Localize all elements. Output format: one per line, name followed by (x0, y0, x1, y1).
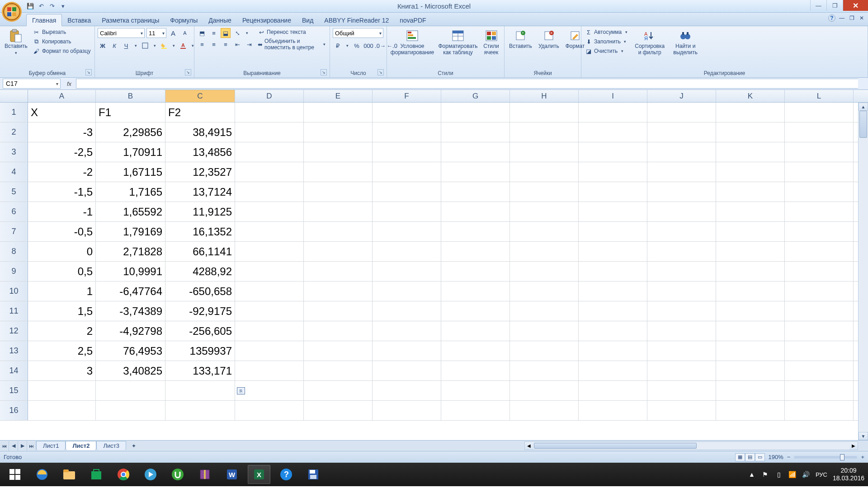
align-top-icon[interactable]: ⬒ (197, 28, 207, 38)
cell[interactable] (579, 142, 647, 162)
scroll-up-icon[interactable]: ▲ (859, 103, 868, 111)
cell[interactable] (785, 222, 854, 241)
qat-undo-icon[interactable]: ↶ (37, 2, 45, 10)
cell[interactable] (441, 162, 510, 182)
cell[interactable] (96, 401, 165, 420)
cell[interactable] (510, 301, 579, 321)
cell[interactable]: 2,5 (28, 341, 96, 361)
cell[interactable] (579, 182, 647, 202)
cell[interactable] (373, 222, 441, 241)
cell[interactable] (647, 202, 716, 221)
cell[interactable]: 4288,92 (165, 262, 235, 281)
fill-color-icon[interactable] (159, 41, 169, 51)
cell[interactable] (647, 321, 716, 341)
cell[interactable] (785, 321, 854, 341)
copy-button[interactable]: ⧉Копировать (32, 38, 92, 46)
hscroll-thumb[interactable] (534, 443, 697, 449)
cell[interactable] (716, 301, 785, 321)
zoom-level[interactable]: 190% (769, 454, 783, 460)
cell[interactable] (785, 122, 854, 142)
underline-dropdown-icon[interactable]: ▾ (133, 43, 138, 48)
cell[interactable]: -3,74389 (96, 301, 165, 321)
cell[interactable] (28, 381, 96, 400)
tab-insert[interactable]: Вставка (62, 14, 96, 26)
cell[interactable] (579, 282, 647, 301)
cell[interactable] (579, 242, 647, 261)
cell[interactable]: 1,65592 (96, 202, 165, 221)
cell[interactable] (441, 122, 510, 142)
column-header-J[interactable]: J (647, 90, 716, 102)
cell[interactable] (579, 321, 647, 341)
cell[interactable] (716, 381, 785, 400)
qat-redo-icon[interactable]: ↷ (48, 2, 56, 10)
taskbar-help-icon[interactable]: ? (275, 465, 297, 484)
align-center-icon[interactable]: ≡ (209, 39, 219, 49)
cell[interactable]: 0,5 (28, 262, 96, 281)
cell[interactable] (235, 122, 304, 142)
align-middle-icon[interactable]: ≡ (209, 28, 219, 38)
row-header[interactable]: 14 (0, 361, 28, 380)
cell[interactable] (647, 381, 716, 400)
decrease-indent-icon[interactable]: ⇤ (232, 39, 242, 49)
delete-cells-button[interactable]: ×Удалить (537, 28, 561, 51)
cell[interactable] (579, 262, 647, 281)
maximize-button[interactable]: ❐ (826, 0, 843, 11)
cell[interactable] (785, 381, 854, 400)
tab-page-layout[interactable]: Разметка страницы (96, 14, 165, 26)
cell[interactable] (304, 341, 373, 361)
cell[interactable] (165, 381, 235, 400)
new-sheet-icon[interactable]: ✦ (128, 441, 140, 450)
cell[interactable] (441, 301, 510, 321)
paste-dropdown-icon[interactable]: ▾ (13, 51, 19, 55)
cell[interactable]: -256,605 (165, 321, 235, 341)
row-header[interactable]: 3 (0, 142, 28, 162)
tray-network-icon[interactable]: 📶 (788, 470, 797, 479)
cell[interactable]: 1 (28, 282, 96, 301)
fill-button[interactable]: ⬇Заполнить▾ (584, 38, 630, 46)
align-left-icon[interactable]: ≡ (197, 39, 207, 49)
shrink-font-icon[interactable]: A (180, 28, 190, 38)
cell[interactable] (716, 222, 785, 241)
sheet-first-icon[interactable]: ⏮ (0, 441, 9, 451)
cell[interactable] (510, 282, 579, 301)
cell[interactable] (235, 222, 304, 241)
cell[interactable] (441, 262, 510, 281)
cell[interactable]: -3 (28, 122, 96, 142)
sort-filter-button[interactable]: AЯСортировка и фильтр (632, 28, 667, 57)
cell[interactable] (304, 182, 373, 202)
taskbar-chrome-icon[interactable] (112, 465, 135, 484)
tray-action-center-icon[interactable]: ▯ (775, 470, 783, 479)
cell[interactable] (579, 361, 647, 380)
increase-decimal-icon[interactable]: .0→ (375, 41, 385, 51)
cell[interactable] (441, 222, 510, 241)
cell[interactable]: 13,7124 (165, 182, 235, 202)
sheet-last-icon[interactable]: ⏭ (27, 441, 36, 451)
fill-dropdown-icon[interactable]: ▾ (171, 43, 176, 48)
view-page-layout-icon[interactable]: ▤ (745, 453, 755, 461)
cell[interactable]: -2 (28, 162, 96, 182)
column-header-C[interactable]: C (165, 90, 235, 102)
cell[interactable] (373, 381, 441, 400)
vscroll-thumb[interactable] (859, 111, 867, 138)
cell[interactable] (235, 301, 304, 321)
cell[interactable] (647, 103, 716, 122)
tab-novapdf[interactable]: novaPDF (394, 14, 431, 26)
currency-dropdown-icon[interactable]: ▾ (344, 43, 350, 48)
insert-cells-button[interactable]: +Вставить (507, 28, 534, 51)
taskbar-media-icon[interactable] (139, 465, 162, 484)
tray-volume-icon[interactable]: 🔊 (802, 470, 810, 479)
cell[interactable] (785, 202, 854, 221)
sheet-tab-2[interactable]: Лист2 (66, 441, 96, 450)
cell[interactable] (235, 401, 304, 420)
cell[interactable] (716, 162, 785, 182)
row-header[interactable]: 16 (0, 401, 28, 420)
cell[interactable] (304, 381, 373, 400)
formula-input[interactable] (76, 79, 858, 89)
cell[interactable] (235, 282, 304, 301)
cell[interactable] (510, 262, 579, 281)
cell[interactable]: 1359937 (165, 341, 235, 361)
cell[interactable] (373, 401, 441, 420)
cell[interactable] (304, 361, 373, 380)
cell[interactable] (510, 361, 579, 380)
scroll-down-icon[interactable]: ▼ (859, 432, 868, 440)
